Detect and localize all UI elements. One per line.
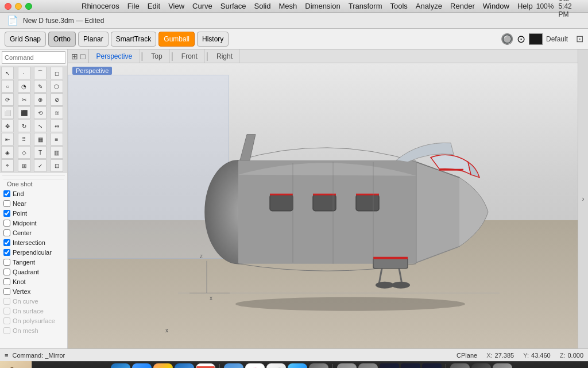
menu-analyze[interactable]: Analyze: [412, 0, 446, 13]
mirror-tool[interactable]: ⇔: [51, 120, 63, 132]
render-tool[interactable]: ◈: [1, 146, 14, 159]
dock-finder[interactable]: 🖥: [111, 363, 130, 369]
dock-photos[interactable]: 🌸: [245, 363, 265, 369]
dock-printer[interactable]: 🖨: [450, 363, 470, 369]
dock-w-app[interactable]: W: [380, 363, 399, 369]
tab-front[interactable]: Front: [175, 49, 205, 63]
snap-center-checkbox[interactable]: [3, 229, 10, 236]
offset-tool[interactable]: ⟳: [1, 93, 14, 106]
snap-intersection-checkbox[interactable]: [3, 239, 10, 246]
panel-toggle-icon[interactable]: ⊡: [576, 33, 583, 44]
snap-on-surface[interactable]: On surface: [3, 306, 64, 316]
join-tool[interactable]: ⊕: [34, 93, 47, 106]
rotate-tool[interactable]: ↻: [18, 120, 30, 132]
menu-surface[interactable]: Surface: [217, 0, 250, 13]
menu-solid[interactable]: Solid: [251, 0, 274, 13]
traffic-lights[interactable]: [5, 3, 32, 10]
smarttrack-button[interactable]: SmartTrack: [111, 32, 157, 47]
check-tool[interactable]: ✓: [34, 159, 47, 172]
menu-file[interactable]: File: [124, 0, 143, 13]
snap-end[interactable]: End: [3, 189, 64, 198]
single-view-icon[interactable]: □: [80, 52, 85, 61]
menu-rhinoceros[interactable]: Rhinoceros: [78, 0, 123, 13]
extra-tool[interactable]: ⊡: [51, 159, 63, 172]
snap-end-checkbox[interactable]: [3, 190, 10, 197]
layer-tool[interactable]: ≡: [51, 133, 63, 145]
select-tool[interactable]: ↖: [1, 67, 14, 79]
point-tool[interactable]: ·: [18, 67, 30, 79]
array-tool[interactable]: ⠿: [18, 133, 30, 145]
split-tool[interactable]: ⊘: [51, 93, 63, 106]
snap-midpoint-checkbox[interactable]: [3, 220, 10, 227]
tab-perspective[interactable]: Perspective: [89, 49, 140, 63]
snap-point[interactable]: Point: [3, 209, 64, 218]
grid-tool[interactable]: ⊞: [18, 159, 30, 172]
dock-appstore[interactable]: 🅐: [288, 363, 307, 369]
snap-center[interactable]: Center: [3, 228, 64, 237]
snap-on-curve[interactable]: On curve: [3, 297, 64, 306]
planar-button[interactable]: Planar: [78, 32, 109, 47]
menu-mesh[interactable]: Mesh: [276, 0, 301, 13]
menu-dimension[interactable]: Dimension: [301, 0, 343, 13]
snap-near[interactable]: Near: [3, 199, 64, 208]
snap-on-polysurface[interactable]: On polysurface: [3, 316, 64, 325]
curve-tool[interactable]: ⌒: [34, 67, 47, 79]
snap-tangent[interactable]: Tangent: [3, 258, 64, 267]
menu-window[interactable]: Window: [479, 0, 513, 13]
dock-mail[interactable]: ✉: [175, 363, 194, 369]
dim-tool[interactable]: ⇤: [1, 133, 14, 145]
freeform-tool[interactable]: ✎: [34, 80, 47, 93]
menu-view[interactable]: View: [165, 0, 188, 13]
dock-airdrop[interactable]: 📁: [224, 363, 243, 369]
snap-quadrant[interactable]: Quadrant: [3, 267, 64, 277]
snap-knot[interactable]: Knot: [3, 277, 64, 286]
menu-edit[interactable]: Edit: [144, 0, 164, 13]
target-icon[interactable]: ⊙: [517, 33, 525, 45]
snap-intersection[interactable]: Intersection: [3, 238, 64, 247]
free-fonts-app[interactable]: FreeFonts: [0, 361, 32, 368]
scale-tool[interactable]: ⤡: [34, 120, 47, 132]
tab-top[interactable]: Top: [144, 49, 169, 63]
snap-near-checkbox[interactable]: [3, 200, 10, 207]
snap-perpendicular[interactable]: Perpendicular: [3, 248, 64, 257]
extrude-tool[interactable]: ⬛: [18, 106, 30, 119]
viewport-area[interactable]: ⊞ □ Perspective | Top | Front | Right Pe…: [68, 49, 578, 348]
snap-on-mesh[interactable]: On mesh: [3, 326, 64, 335]
grid-snap-button[interactable]: Grid Snap: [5, 32, 46, 47]
tab-right[interactable]: Right: [210, 49, 240, 63]
polygon-tool[interactable]: ⬡: [51, 80, 63, 93]
sweep-tool[interactable]: ≋: [51, 106, 63, 119]
right-panel-toggle[interactable]: ›: [578, 49, 588, 348]
snap-tangent-checkbox[interactable]: [3, 259, 10, 266]
revolve-tool[interactable]: ⟲: [34, 106, 47, 119]
dock-calendar[interactable]: FEB 6: [196, 363, 215, 369]
snap-vertex[interactable]: Vertex: [3, 287, 64, 296]
command-input[interactable]: [2, 51, 65, 64]
trim-tool[interactable]: ✂: [18, 93, 30, 106]
arc-tool[interactable]: ◔: [18, 80, 30, 93]
color-swatch[interactable]: [529, 33, 543, 45]
dock-trash[interactable]: 🗑: [493, 363, 512, 369]
snap-point-checkbox[interactable]: [3, 210, 10, 217]
snap-perpendicular-checkbox[interactable]: [3, 249, 10, 256]
menu-tools[interactable]: Tools: [386, 0, 411, 13]
text-tool[interactable]: T: [34, 146, 47, 159]
surface-tool[interactable]: ⬜: [1, 106, 14, 119]
dock-safari[interactable]: 🧭: [132, 363, 152, 369]
dock-x-app[interactable]: X: [422, 363, 442, 369]
snap-quadrant-checkbox[interactable]: [3, 269, 10, 275]
viewport-content[interactable]: Perspective: [68, 63, 578, 348]
dock-p-app[interactable]: P: [401, 363, 420, 369]
minimize-button[interactable]: [15, 3, 22, 10]
menu-curve[interactable]: Curve: [189, 0, 216, 13]
gumball-button[interactable]: Gumball: [158, 32, 195, 47]
snap-midpoint[interactable]: Midpoint: [3, 218, 64, 228]
dock-help1[interactable]: ?: [337, 363, 357, 369]
menu-render[interactable]: Render: [447, 0, 478, 13]
circle-tool[interactable]: ○: [1, 80, 14, 93]
dock-share[interactable]: ⬆: [471, 363, 491, 369]
dock-help2[interactable]: ?: [358, 363, 378, 369]
snap-knot-checkbox[interactable]: [3, 278, 10, 285]
menu-help[interactable]: Help: [514, 0, 536, 13]
maximize-button[interactable]: [25, 3, 32, 10]
